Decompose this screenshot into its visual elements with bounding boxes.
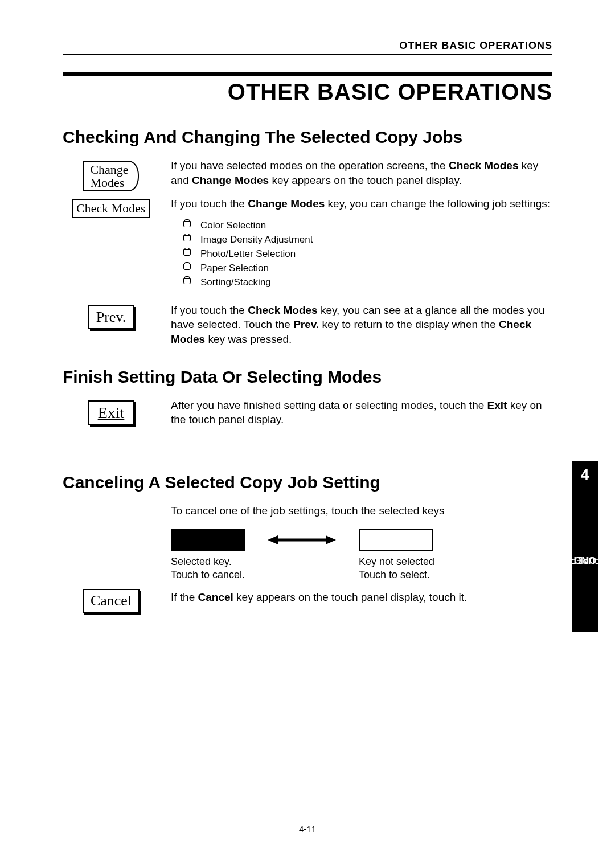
prev-button[interactable]: Prev. — [88, 305, 134, 329]
icon-column: Exit — [63, 398, 159, 425]
selected-key-swatch — [171, 529, 245, 551]
paragraph: After you have finished setting data or … — [171, 398, 552, 427]
row-cancel: Cancel If the Cancel key appears on the … — [63, 587, 552, 613]
change-modes-button[interactable]: Change Modes — [83, 161, 138, 191]
body-text: To cancel one of the job settings, touch… — [171, 503, 552, 582]
row-cancel-intro: To cancel one of the job settings, touch… — [63, 503, 552, 582]
exit-label: Exit — [98, 404, 125, 421]
running-header: OTHER BASIC OPERATIONS — [63, 40, 552, 55]
section-heading-finish: Finish Setting Data Or Selecting Modes — [63, 367, 552, 387]
exit-button[interactable]: Exit — [88, 400, 134, 425]
paragraph: To cancel one of the job settings, touch… — [171, 503, 552, 518]
prev-label: Prev. — [96, 309, 126, 325]
paragraph: If you have selected modes on the operat… — [171, 158, 552, 187]
body-text: If you have selected modes on the operat… — [171, 158, 552, 297]
svg-marker-1 — [268, 535, 278, 544]
unselected-key-swatch — [359, 529, 433, 551]
list-item: Photo/Letter Selection — [183, 248, 552, 261]
chapter-label: BASIC OPERATION AND FUNCTIONS — [572, 488, 598, 632]
svg-marker-2 — [326, 535, 336, 544]
check-modes-button[interactable]: Check Modes — [72, 199, 150, 218]
cancel-label: Cancel — [91, 592, 132, 609]
paragraph: If the Cancel key appears on the touch p… — [171, 590, 552, 605]
icon-column: Cancel — [63, 587, 159, 613]
list-item: Image Density Adjustment — [183, 234, 552, 247]
row-change-modes: Change Modes Check Modes If you have sel… — [63, 158, 552, 297]
captions-row: Selected key. Touch to cancel. Key not s… — [171, 555, 552, 581]
icon-column: Prev. — [63, 303, 159, 329]
key-toggle-illustration — [171, 529, 552, 551]
section-heading-canceling: Canceling A Selected Copy Job Setting — [63, 473, 552, 492]
change-modes-label-line2: Modes — [90, 175, 124, 190]
page-title: OTHER BASIC OPERATIONS — [63, 79, 552, 105]
page-number: 4-11 — [0, 824, 615, 834]
check-modes-label: Check Modes — [76, 202, 146, 215]
row-exit: Exit After you have finished setting dat… — [63, 398, 552, 427]
paragraph: If you touch the Check Modes key, you ca… — [171, 303, 552, 347]
manual-page: OTHER BASIC OPERATIONS OTHER BASIC OPERA… — [0, 0, 615, 868]
body-text: After you have finished setting data or … — [171, 398, 552, 427]
chapter-number: 4 — [572, 461, 598, 488]
title-rule — [63, 72, 552, 76]
body-text: If you touch the Check Modes key, you ca… — [171, 303, 552, 347]
icon-column — [63, 503, 159, 506]
chapter-side-tab: 4 BASIC OPERATION AND FUNCTIONS — [572, 461, 598, 632]
unselected-key-caption: Key not selected Touch to select. — [359, 555, 501, 581]
list-item: Paper Selection — [183, 262, 552, 275]
section-heading-checking: Checking And Changing The Selected Copy … — [63, 128, 552, 147]
list-item: Color Selection — [183, 219, 552, 232]
paragraph: If you touch the Change Modes key, you c… — [171, 196, 552, 211]
title-block: OTHER BASIC OPERATIONS — [63, 72, 552, 105]
settings-checklist: Color Selection Image Density Adjustment… — [183, 219, 552, 289]
row-prev: Prev. If you touch the Check Modes key, … — [63, 303, 552, 347]
body-text: If the Cancel key appears on the touch p… — [171, 587, 552, 605]
list-item: Sorting/Stacking — [183, 276, 552, 289]
icon-column: Change Modes Check Modes — [63, 158, 159, 218]
change-modes-label-line1: Change — [90, 162, 128, 177]
cancel-button[interactable]: Cancel — [83, 589, 140, 613]
selected-key-caption: Selected key. Touch to cancel. — [171, 555, 313, 581]
double-arrow-icon — [268, 537, 336, 543]
